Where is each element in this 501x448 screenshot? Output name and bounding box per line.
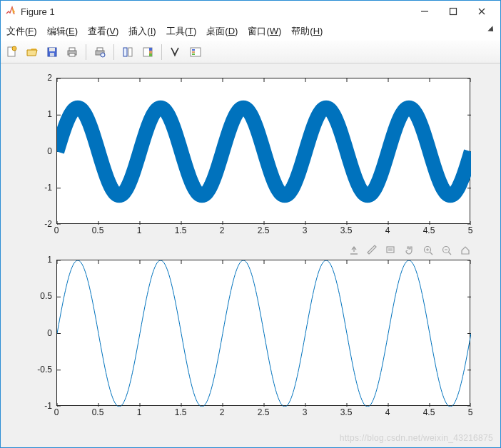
svg-rect-8	[50, 53, 54, 56]
axes-1[interactable]	[56, 78, 470, 224]
xtick-label: 1.5	[175, 407, 187, 417]
menu-view[interactable]: 查看(V)	[88, 25, 118, 38]
menu-help[interactable]: 帮助(H)	[291, 25, 323, 38]
xtick-label: 1	[137, 225, 142, 235]
svg-rect-57	[387, 247, 394, 253]
ytick-label: -0.5	[31, 365, 52, 375]
svg-rect-1	[450, 9, 457, 15]
menu-file[interactable]: 文件(F)	[6, 25, 37, 38]
ytick-label: -1	[31, 183, 52, 193]
insert-colorbar-button[interactable]	[139, 44, 156, 61]
watermark: https://blog.csdn.net/weixin_43216875	[340, 433, 493, 443]
xtick-label: 1.5	[175, 225, 187, 235]
maximize-button[interactable]	[439, 1, 467, 21]
zoom-in-icon[interactable]	[422, 244, 435, 257]
edit-plot-button[interactable]	[167, 44, 184, 61]
menubar: 文件(F) 编辑(E) 查看(V) 插入(I) 工具(T) 桌面(D) 窗口(W…	[1, 22, 500, 41]
xtick-label: 4	[385, 225, 390, 235]
svg-rect-16	[128, 48, 132, 56]
svg-rect-13	[97, 48, 103, 51]
matlab-icon	[5, 6, 16, 17]
xtick-label: 3.5	[340, 225, 353, 235]
xtick-label: 2	[220, 225, 225, 235]
axes-toolbar	[348, 244, 472, 257]
link-axes-button[interactable]	[119, 44, 136, 61]
ytick-label: -1	[31, 401, 52, 411]
window-title: Figure 1	[21, 6, 55, 17]
home-icon[interactable]	[459, 244, 472, 257]
ytick-label: 0	[31, 328, 52, 338]
axes-1-svg	[57, 78, 471, 225]
menu-expand-icon[interactable]	[487, 26, 496, 36]
xtick-label: 0	[54, 407, 59, 417]
menu-window[interactable]: 窗口(W)	[248, 25, 281, 38]
brush-icon[interactable]	[366, 244, 379, 257]
print-preview-button[interactable]	[91, 44, 108, 61]
datatip-icon[interactable]	[385, 244, 398, 257]
xtick-label: 1	[137, 407, 142, 417]
xtick-label: 0.5	[92, 225, 104, 235]
ytick-label: 1	[31, 255, 52, 265]
xtick-label: 2.5	[258, 407, 270, 417]
print-button[interactable]	[64, 44, 81, 61]
menu-tools[interactable]: 工具(T)	[166, 25, 197, 38]
ytick-label: 0	[31, 146, 52, 156]
export-icon[interactable]	[348, 244, 360, 257]
svg-rect-19	[149, 48, 152, 51]
figure-toolbar	[1, 41, 500, 63]
xtick-label: 4	[385, 407, 390, 417]
xtick-label: 4.5	[423, 225, 435, 235]
svg-rect-20	[149, 54, 152, 56]
ytick-label: 0.5	[31, 291, 52, 301]
toolbar-separator	[86, 44, 86, 60]
svg-rect-7	[49, 48, 55, 51]
xtick-label: 5	[468, 407, 473, 417]
xtick-label: 2.5	[258, 225, 270, 235]
xtick-label: 0.5	[92, 407, 104, 417]
axes-2[interactable]	[56, 260, 470, 406]
svg-rect-11	[69, 54, 75, 56]
menu-edit[interactable]: 编辑(E)	[47, 25, 78, 38]
xtick-label: 2	[220, 407, 225, 417]
plot-area: -2-1012 00.511.522.533.544.55 -1-0.500.5…	[1, 63, 500, 447]
svg-point-14	[101, 53, 105, 57]
ytick-label: -2	[31, 219, 52, 229]
pan-icon[interactable]	[403, 244, 416, 257]
ytick-label: 1	[31, 109, 52, 119]
svg-rect-15	[123, 48, 127, 56]
titlebar: Figure 1	[1, 1, 500, 22]
figure-window: Figure 1 文件(F) 编辑(E) 查看(V) 插入(I) 工具(T) 桌…	[0, 0, 501, 448]
insert-legend-button[interactable]	[187, 44, 204, 61]
axes-2-svg	[57, 260, 471, 407]
svg-line-61	[430, 253, 433, 255]
close-button[interactable]	[467, 1, 496, 21]
zoom-out-icon[interactable]	[440, 244, 453, 257]
xtick-label: 3	[303, 225, 308, 235]
new-figure-button[interactable]	[4, 44, 21, 61]
xtick-label: 0	[54, 225, 59, 235]
xtick-label: 4.5	[423, 407, 435, 417]
svg-point-5	[12, 46, 16, 51]
toolbar-separator	[113, 44, 114, 60]
toolbar-separator	[161, 44, 162, 60]
svg-rect-10	[69, 48, 75, 51]
ytick-label: 2	[31, 73, 52, 83]
menu-desktop[interactable]: 桌面(D)	[206, 25, 238, 38]
xtick-label: 5	[468, 225, 473, 235]
menu-insert[interactable]: 插入(I)	[128, 25, 156, 38]
xtick-label: 3	[303, 407, 308, 417]
open-button[interactable]	[24, 44, 41, 61]
xtick-label: 3.5	[340, 407, 353, 417]
minimize-button[interactable]	[410, 1, 439, 21]
save-button[interactable]	[44, 44, 61, 61]
svg-line-65	[449, 253, 452, 255]
